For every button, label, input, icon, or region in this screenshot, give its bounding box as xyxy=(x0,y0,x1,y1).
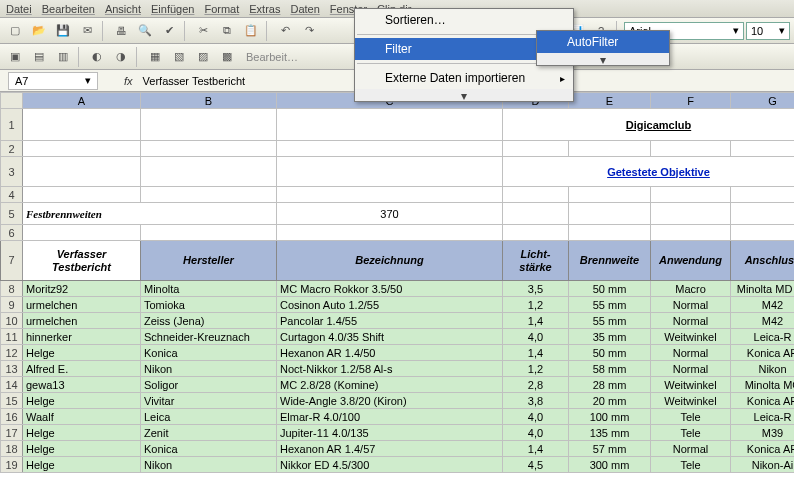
col-header-f[interactable]: F xyxy=(651,93,731,109)
formula-input[interactable]: Verfasser Testbericht xyxy=(143,75,246,87)
cell[interactable]: Minolta MC xyxy=(731,377,795,393)
cell[interactable]: Nikon xyxy=(141,457,277,473)
cell[interactable]: Helge xyxy=(23,441,141,457)
cell[interactable]: 3,8 xyxy=(503,393,569,409)
open-icon[interactable]: 📂 xyxy=(28,21,50,41)
cell[interactable]: Leica xyxy=(141,409,277,425)
menu-ansicht[interactable]: Ansicht xyxy=(105,3,141,15)
col-header-e[interactable]: E xyxy=(569,93,651,109)
row-header[interactable]: 4 xyxy=(1,187,23,203)
cell[interactable]: 58 mm xyxy=(569,361,651,377)
cell[interactable]: Soligor xyxy=(141,377,277,393)
cell[interactable]: Waalf xyxy=(23,409,141,425)
menu-expander-icon[interactable]: ▾ xyxy=(355,89,573,101)
cell[interactable]: 50 mm xyxy=(569,345,651,361)
row-header[interactable]: 5 xyxy=(1,203,23,225)
cut-icon[interactable]: ✂ xyxy=(192,21,214,41)
spreadsheet[interactable]: A B C D E F G 1Digicamclub 2 3Getestete … xyxy=(0,92,794,473)
cell[interactable]: Jupiter-11 4.0/135 xyxy=(277,425,503,441)
cell[interactable]: 100 mm xyxy=(569,409,651,425)
cell[interactable]: Zenit xyxy=(141,425,277,441)
icon[interactable]: ◑ xyxy=(110,47,132,67)
cell[interactable]: Nikon xyxy=(731,361,795,377)
cell[interactable]: Normal xyxy=(651,297,731,313)
col-header-g[interactable]: G xyxy=(731,93,795,109)
cell[interactable]: Hexanon AR 1.4/50 xyxy=(277,345,503,361)
cell[interactable]: Helge xyxy=(23,393,141,409)
cell[interactable]: Leica-R xyxy=(731,409,795,425)
preview-icon[interactable]: 🔍 xyxy=(134,21,156,41)
row-header[interactable]: 18 xyxy=(1,441,23,457)
cell[interactable]: 1,4 xyxy=(503,345,569,361)
cell[interactable]: M42 xyxy=(731,297,795,313)
cell[interactable]: MC Macro Rokkor 3.5/50 xyxy=(277,281,503,297)
icon[interactable]: ▣ xyxy=(4,47,26,67)
cell[interactable]: 2,8 xyxy=(503,377,569,393)
icon[interactable]: ▨ xyxy=(192,47,214,67)
cell[interactable]: Vivitar xyxy=(141,393,277,409)
select-all-corner[interactable] xyxy=(1,93,23,109)
cell[interactable]: 135 mm xyxy=(569,425,651,441)
cell[interactable]: Konica AR xyxy=(731,441,795,457)
cell[interactable]: Elmar-R 4.0/100 xyxy=(277,409,503,425)
cell[interactable]: 300 mm xyxy=(569,457,651,473)
fx-label[interactable]: fx xyxy=(124,75,133,87)
cell[interactable]: Minolta MD (M xyxy=(731,281,795,297)
row-header[interactable]: 1 xyxy=(1,109,23,141)
cell[interactable]: 4,0 xyxy=(503,409,569,425)
cell[interactable]: 1,2 xyxy=(503,361,569,377)
cell[interactable]: 57 mm xyxy=(569,441,651,457)
cell[interactable]: Nikkor ED 4.5/300 xyxy=(277,457,503,473)
filter-submenu[interactable]: AutoFilter ▾ xyxy=(536,30,670,66)
row-header[interactable]: 10 xyxy=(1,313,23,329)
row-header[interactable]: 17 xyxy=(1,425,23,441)
cell[interactable]: Nikon-Ai xyxy=(731,457,795,473)
cell[interactable]: M39 xyxy=(731,425,795,441)
cell[interactable]: Helge xyxy=(23,457,141,473)
cell[interactable]: 3,5 xyxy=(503,281,569,297)
cell[interactable]: 1,4 xyxy=(503,313,569,329)
row-header[interactable]: 9 xyxy=(1,297,23,313)
cell[interactable]: Noct-Nikkor 1.2/58 Al-s xyxy=(277,361,503,377)
redo-icon[interactable]: ↷ xyxy=(298,21,320,41)
icon[interactable]: ▦ xyxy=(144,47,166,67)
menu-item-autofilter[interactable]: AutoFilter xyxy=(537,31,669,53)
menu-bearbeiten[interactable]: Bearbeiten xyxy=(42,3,95,15)
cell[interactable]: 4,0 xyxy=(503,425,569,441)
cell[interactable]: Konica xyxy=(141,345,277,361)
menu-datei[interactable]: Datei xyxy=(6,3,32,15)
icon[interactable]: ▩ xyxy=(216,47,238,67)
cell[interactable]: Curtagon 4.0/35 Shift xyxy=(277,329,503,345)
cell[interactable]: Wide-Angle 3.8/20 (Kiron) xyxy=(277,393,503,409)
print-icon[interactable]: 🖶 xyxy=(110,21,132,41)
cell[interactable]: Pancolar 1.4/55 xyxy=(277,313,503,329)
menu-format[interactable]: Format xyxy=(204,3,239,15)
chevron-down-icon[interactable]: ▾ xyxy=(779,24,785,37)
cell[interactable]: 55 mm xyxy=(569,313,651,329)
row-header[interactable]: 16 xyxy=(1,409,23,425)
cell[interactable]: Tele xyxy=(651,409,731,425)
cell[interactable]: Helge xyxy=(23,345,141,361)
name-box[interactable]: A7▾ xyxy=(8,72,98,90)
link-title[interactable]: Getestete Objektive xyxy=(503,157,795,187)
cell[interactable]: Schneider-Kreuznach xyxy=(141,329,277,345)
cell[interactable]: Weitwinkel xyxy=(651,329,731,345)
cell[interactable]: 4,0 xyxy=(503,329,569,345)
menu-expander-icon[interactable]: ▾ xyxy=(537,53,669,65)
cell[interactable]: gewa13 xyxy=(23,377,141,393)
cell[interactable]: Konica AR xyxy=(731,345,795,361)
cell[interactable]: Normal xyxy=(651,361,731,377)
cell[interactable]: Cosinon Auto 1.2/55 xyxy=(277,297,503,313)
cell[interactable]: Tele xyxy=(651,425,731,441)
cell[interactable]: 50 mm xyxy=(569,281,651,297)
mail-icon[interactable]: ✉ xyxy=(76,21,98,41)
cell[interactable]: Weitwinkel xyxy=(651,377,731,393)
cell[interactable]: Konica AR xyxy=(731,393,795,409)
cell[interactable]: Normal xyxy=(651,441,731,457)
cell[interactable]: 1,4 xyxy=(503,441,569,457)
cell[interactable]: Tele xyxy=(651,457,731,473)
row-header[interactable]: 14 xyxy=(1,377,23,393)
icon[interactable]: ▧ xyxy=(168,47,190,67)
row-header[interactable]: 2 xyxy=(1,141,23,157)
col-header-b[interactable]: B xyxy=(141,93,277,109)
